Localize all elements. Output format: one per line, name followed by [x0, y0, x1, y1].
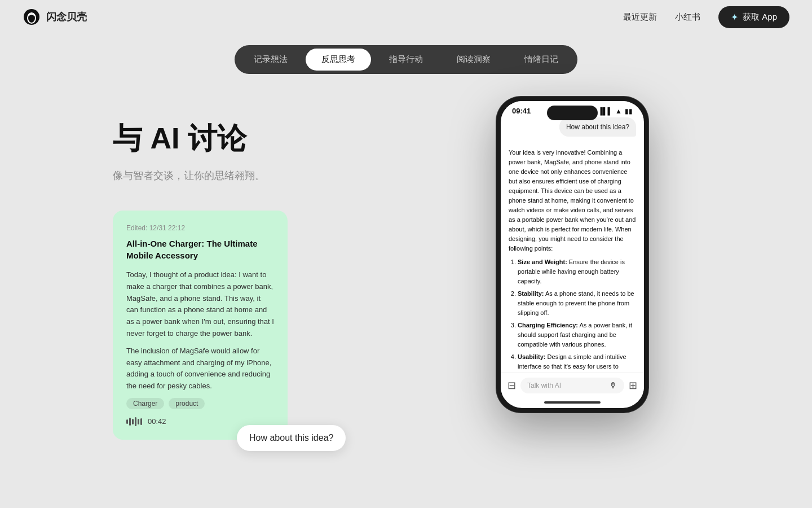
phone-photo-icon[interactable]: ⊟ — [508, 379, 516, 392]
note-title: All-in-One Charger: The Ultimate Mobile … — [126, 238, 274, 261]
tab-guide-action[interactable]: 指导行动 — [373, 49, 439, 71]
header: 闪念贝壳 最近更新 小红书 ✦ 获取 App — [0, 0, 812, 34]
phone-notch — [547, 106, 598, 120]
tab-bar: 记录想法 反思思考 指导行动 阅读洞察 情绪日记 — [0, 45, 812, 74]
phone-mic-icon[interactable]: 🎙 — [610, 381, 617, 390]
phone-more-icon[interactable]: ⊞ — [629, 379, 637, 392]
nav-xiaohongshu[interactable]: 小红书 — [675, 12, 700, 23]
phone-content[interactable]: How about this idea? Your idea is very i… — [501, 117, 644, 373]
ai-point-1: Size and Weight: Ensure the device is po… — [518, 257, 636, 286]
wave-bar-5 — [138, 419, 139, 424]
phone-time: 09:41 — [512, 107, 531, 115]
star-icon: ✦ — [731, 12, 738, 23]
title-prefix: 与 — [113, 122, 150, 155]
phone-input-field[interactable]: Talk with AI 🎙 — [520, 378, 624, 393]
phone-mockup: 09:41 ▐▌▌ ▲ ▮▮ How about this idea? — [496, 97, 648, 413]
logo-text: 闪念贝壳 — [46, 10, 87, 24]
logo-area: 闪念贝壳 — [23, 8, 87, 26]
tab-record-idea[interactable]: 记录想法 — [238, 49, 303, 71]
phone-bottom-bar: ⊟ Talk with AI 🎙 ⊞ — [501, 373, 644, 398]
tab-reading-insights[interactable]: 阅读洞察 — [441, 49, 506, 71]
ai-intro: Your idea is very innovative! Combining … — [509, 148, 636, 254]
main-content: 与 AI 讨论 像与智者交谈，让你的思绪翱翔。 Edited: 12/31 22… — [0, 74, 812, 440]
note-body-1: Today, I thought of a product idea: I wa… — [126, 269, 274, 340]
title-highlight: AI — [150, 122, 179, 155]
wave-bar-1 — [126, 419, 128, 424]
section-subtitle: 像与智者交谈，让你的思绪翱翔。 — [113, 169, 462, 182]
section-title: 与 AI 讨论 — [113, 119, 462, 159]
title-suffix: 讨论 — [179, 122, 246, 155]
tab-mood-diary[interactable]: 情绪日记 — [509, 49, 574, 71]
wifi-icon: ▲ — [615, 107, 622, 115]
tab-container: 记录想法 反思思考 指导行动 阅读洞察 情绪日记 — [235, 45, 577, 74]
wave-bar-3 — [132, 419, 134, 424]
logo-icon — [23, 8, 41, 26]
phone-inner: 09:41 ▐▌▌ ▲ ▮▮ How about this idea? — [501, 101, 644, 408]
tab-reflection[interactable]: 反思思考 — [306, 49, 371, 71]
phone-input-placeholder: Talk with AI — [527, 382, 561, 389]
chat-bubble-text: How about this idea? — [249, 433, 333, 443]
phone-status-icons: ▐▌▌ ▲ ▮▮ — [598, 107, 633, 115]
ai-point-3: Charging Efficiency: As a power bank, it… — [518, 321, 636, 349]
audio-waves — [126, 417, 142, 426]
wave-bar-2 — [129, 418, 131, 426]
phone-question-bubble: How about this idea? — [559, 117, 636, 137]
nav-right: 最近更新 小红书 ✦ 获取 App — [623, 6, 789, 28]
chat-bubble-tail-icon — [331, 445, 340, 454]
note-card: Edited: 12/31 22:12 All-in-One Charger: … — [113, 211, 288, 440]
get-app-button[interactable]: ✦ 获取 App — [718, 6, 789, 28]
ai-point-4: Usability: Design a simple and intuitive… — [518, 352, 636, 373]
phone-outer: 09:41 ▐▌▌ ▲ ▮▮ How about this idea? — [496, 97, 648, 413]
get-app-label: 获取 App — [743, 12, 777, 23]
phone-ai-response: Your idea is very innovative! Combining … — [509, 148, 636, 373]
note-date: Edited: 12/31 22:12 — [126, 224, 274, 232]
phone-home-bar — [544, 401, 601, 404]
wave-bar-6 — [140, 418, 142, 425]
note-tags: Charger product — [126, 398, 274, 409]
signal-icon: ▐▌▌ — [598, 107, 613, 115]
svg-point-0 — [24, 9, 39, 25]
ai-points-list: Size and Weight: Ensure the device is po… — [509, 257, 636, 373]
ai-point-2: Stability: As a phone stand, it needs to… — [518, 289, 636, 318]
wave-bar-4 — [135, 417, 136, 426]
battery-icon: ▮▮ — [625, 107, 633, 115]
nav-recent-updates[interactable]: 最近更新 — [623, 12, 657, 23]
tag-charger[interactable]: Charger — [126, 398, 164, 409]
audio-time: 00:42 — [148, 417, 166, 426]
chat-bubble: How about this idea? — [237, 425, 346, 451]
left-side: 与 AI 讨论 像与智者交谈，让你的思绪翱翔。 Edited: 12/31 22… — [113, 108, 462, 440]
note-body-2: The inclusion of MagSafe would allow for… — [126, 345, 274, 392]
tag-product[interactable]: product — [169, 398, 205, 409]
